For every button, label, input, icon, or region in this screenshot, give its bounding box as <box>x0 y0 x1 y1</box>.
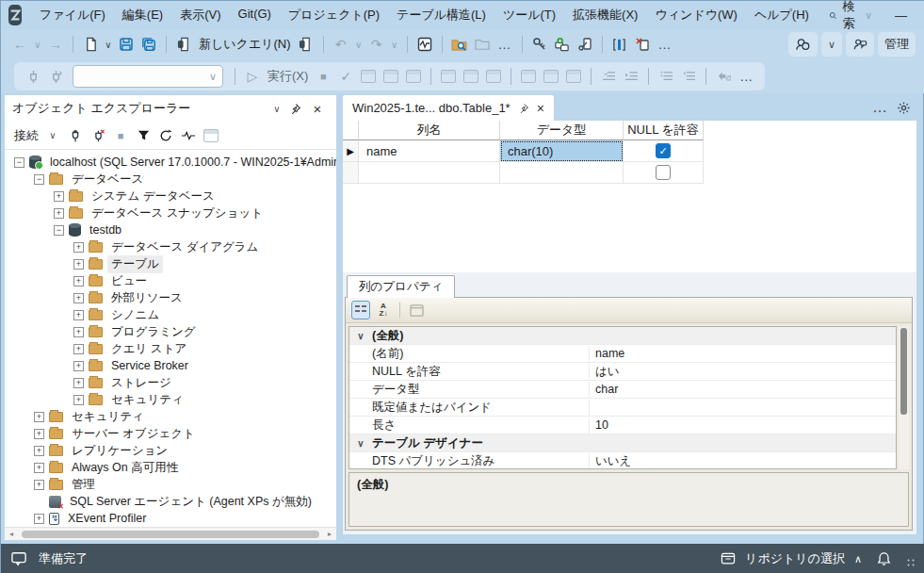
cancel-query-button[interactable]: ■ <box>312 65 334 88</box>
navigate-back-chevron-icon[interactable]: ∨ <box>31 33 44 56</box>
run-at-button[interactable]: @ <box>712 65 735 88</box>
column-name-cell[interactable] <box>359 162 500 184</box>
tree-item[interactable]: +Always On 高可用性 <box>5 459 336 476</box>
column-name-cell[interactable]: name <box>359 140 500 162</box>
expand-toggle-icon[interactable]: − <box>54 225 64 236</box>
expand-toggle-icon[interactable]: + <box>73 276 84 286</box>
toolbar-overflow-button[interactable]: … <box>494 33 516 56</box>
expand-toggle-icon[interactable]: + <box>34 480 44 490</box>
gear-icon[interactable] <box>897 101 911 115</box>
client-statistics-button[interactable] <box>540 65 562 88</box>
allow-nulls-cell[interactable]: ✓ <box>624 140 704 162</box>
expand-toggle-icon[interactable]: + <box>54 191 64 202</box>
expand-toggle-icon[interactable]: + <box>73 344 84 354</box>
panel-chevron-icon[interactable]: ∨ <box>270 97 284 120</box>
expand-toggle-icon[interactable]: + <box>73 242 84 253</box>
tree-item[interactable]: +XEvent Profiler <box>5 510 336 527</box>
execution-plan-button[interactable] <box>482 65 505 88</box>
minimize-button[interactable]: — <box>880 1 922 29</box>
expand-toggle-icon[interactable]: + <box>34 463 44 473</box>
horizontal-scrollbar[interactable]: ◂ ▸ <box>5 527 336 540</box>
redo-button[interactable]: ↷ <box>365 33 388 56</box>
delete-index-button[interactable] <box>631 33 654 56</box>
new-file-chevron-icon[interactable]: ∨ <box>102 33 115 56</box>
connect-chevron-icon[interactable]: ∨ <box>42 124 63 147</box>
chevron-down-icon[interactable]: ∨ <box>349 438 372 449</box>
tree-item[interactable]: +テーブル <box>5 255 336 272</box>
property-pages-button[interactable] <box>407 301 426 319</box>
property-row[interactable]: NULL を許容はい <box>349 363 896 381</box>
menu-item[interactable]: ツール(T) <box>494 3 564 27</box>
tree-item[interactable]: +データベース ダイアグラム <box>5 238 336 255</box>
menu-item[interactable]: 編集(E) <box>114 3 171 27</box>
expand-toggle-icon[interactable]: − <box>34 174 44 185</box>
redo-chevron-icon[interactable]: ∨ <box>388 33 401 56</box>
row-selector-cell[interactable] <box>343 162 359 184</box>
expand-toggle-icon[interactable]: + <box>73 293 84 303</box>
menu-item[interactable]: 表示(V) <box>171 3 229 27</box>
properties-scrollbar[interactable] <box>899 326 909 469</box>
stop-button[interactable]: ■ <box>110 124 131 147</box>
property-value[interactable]: 10 <box>590 418 896 432</box>
menu-item[interactable]: テーブル構造(L) <box>388 3 494 27</box>
menu-item[interactable]: 拡張機能(X) <box>564 3 646 27</box>
manage-button[interactable]: 管理 <box>878 32 916 57</box>
repository-chevron-up-icon[interactable]: ∧ <box>854 553 862 565</box>
repository-icon[interactable] <box>721 552 736 565</box>
menu-item[interactable]: ウィンドウ(W) <box>646 3 745 27</box>
manage-indexes-button[interactable] <box>608 33 631 56</box>
panel-close-icon[interactable]: × <box>306 97 329 120</box>
column-header[interactable]: NULL を許容 <box>624 121 704 140</box>
property-value[interactable]: char <box>590 383 896 396</box>
parse-query-button[interactable]: ✓ <box>334 65 357 88</box>
categorized-view-button[interactable] <box>351 301 370 319</box>
navigate-forward-button[interactable]: → <box>44 33 67 56</box>
execute-button[interactable]: 実行(X) <box>264 68 312 85</box>
chevron-down-icon[interactable]: ∨ <box>349 331 372 341</box>
property-category-row[interactable]: ∨テーブル デザイナー <box>349 434 896 452</box>
set-primary-key-button[interactable] <box>528 33 551 56</box>
expand-toggle-icon[interactable]: + <box>54 208 64 219</box>
undo-button[interactable]: ↶ <box>330 33 352 56</box>
allow-nulls-checkbox[interactable]: ✓ <box>656 143 671 158</box>
tree-item[interactable]: +プログラミング <box>5 323 336 340</box>
results-grid-button[interactable] <box>402 65 425 88</box>
sqlcmd-mode-button[interactable] <box>562 65 585 88</box>
property-row[interactable]: データ型char <box>349 381 896 399</box>
feedback-button[interactable] <box>846 32 874 57</box>
repository-select-button[interactable]: リポジトリの選択 <box>745 550 845 567</box>
tree-item[interactable]: +レプリケーション <box>5 442 336 459</box>
column-properties-tab[interactable]: 列のプロパティ <box>347 275 455 298</box>
tree-item[interactable]: +Service Broker <box>5 357 336 374</box>
expand-toggle-icon[interactable]: + <box>34 514 44 524</box>
data-type-cell[interactable] <box>500 162 624 184</box>
scrollbar-thumb[interactable] <box>22 531 319 538</box>
tree-item[interactable]: +外部リソース <box>5 289 336 306</box>
alphabetical-sort-button[interactable]: AZ↓ <box>374 301 393 319</box>
property-row[interactable]: 長さ10 <box>349 417 896 434</box>
expand-toggle-icon[interactable]: + <box>73 310 84 320</box>
bell-icon[interactable] <box>877 551 891 566</box>
tree-item[interactable]: +ストレージ <box>5 374 336 391</box>
indent-decrease-button[interactable] <box>597 65 620 88</box>
column-header[interactable]: データ型 <box>500 121 624 140</box>
navigate-back-button[interactable]: ← <box>8 33 31 56</box>
tree-item[interactable]: +データベース スナップショット <box>5 205 336 221</box>
expand-toggle-icon[interactable]: + <box>73 395 84 405</box>
connect-query-button[interactable] <box>22 65 44 88</box>
query-toolbar-overflow-button[interactable]: … <box>735 65 757 88</box>
expand-toggle-icon[interactable]: + <box>34 429 44 439</box>
account-button[interactable] <box>788 32 818 57</box>
new-query-button[interactable]: 新しいクエリ(N) <box>195 36 295 53</box>
tree-item[interactable]: −データベース <box>5 171 336 188</box>
activity-pulse-icon[interactable] <box>178 124 199 147</box>
menu-item[interactable]: Git(G) <box>230 3 280 27</box>
property-value[interactable]: name <box>590 347 896 360</box>
results-text-button[interactable] <box>437 65 460 88</box>
tree-item[interactable]: −testdb <box>5 221 336 238</box>
expand-toggle-icon[interactable]: − <box>14 157 24 168</box>
new-file-button[interactable] <box>79 33 102 56</box>
expand-toggle-icon[interactable]: + <box>73 259 84 270</box>
menu-item[interactable]: ファイル(F) <box>31 3 114 27</box>
data-type-cell[interactable]: char(10) <box>500 140 624 162</box>
